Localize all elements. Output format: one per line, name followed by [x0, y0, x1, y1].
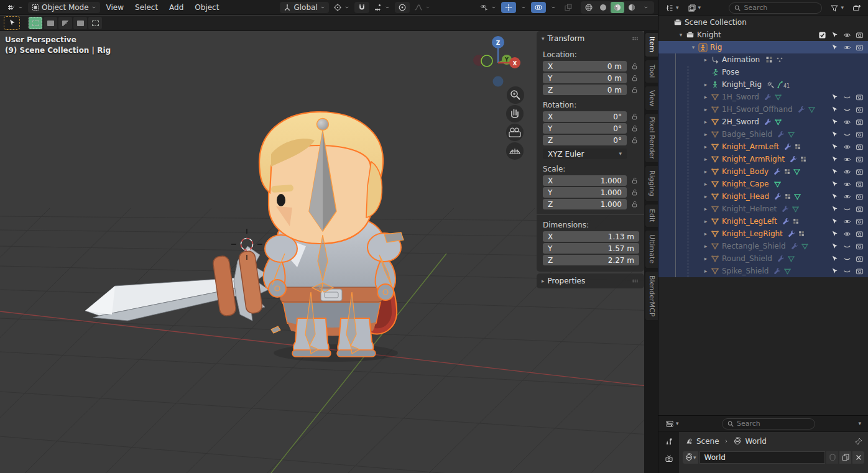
outliner-row[interactable]: ▸Knight_Head: [658, 190, 868, 203]
pointer-icon[interactable]: [828, 44, 841, 52]
snap-settings-dropdown[interactable]: [371, 2, 394, 13]
expander-icon[interactable]: ▸: [701, 144, 711, 150]
tool-properties-tab[interactable]: [665, 437, 673, 446]
tab-pixel-render[interactable]: Pixel Render: [645, 113, 658, 163]
expander-icon[interactable]: ▸: [701, 106, 711, 113]
outliner-row[interactable]: ▸Badge_Shield: [658, 128, 868, 140]
outliner-row[interactable]: ▸1H_Sword_Offhand: [658, 103, 868, 116]
eye-open-icon[interactable]: [841, 230, 853, 238]
eye-closed-icon[interactable]: [841, 106, 853, 114]
shading-solid-button[interactable]: [596, 2, 610, 13]
overlays-dropdown[interactable]: [547, 3, 560, 12]
outliner-item-label[interactable]: Knight: [697, 30, 721, 39]
eye-closed-icon[interactable]: [841, 131, 853, 139]
expander-icon[interactable]: ▸: [701, 168, 711, 175]
rotation-mode-dropdown[interactable]: XYZ Euler ▾: [543, 149, 627, 159]
select-mode-subtract[interactable]: [58, 17, 72, 29]
camera-icon[interactable]: [853, 230, 866, 238]
outliner-row[interactable]: ▸Spike_Shield: [658, 265, 868, 277]
transform-panel-header[interactable]: ▾ Transform: [537, 31, 644, 46]
outliner-item-label[interactable]: Round_Shield: [722, 254, 772, 263]
properties-search[interactable]: [722, 418, 815, 429]
outliner-item-label[interactable]: Knight_LegLeft: [722, 217, 777, 226]
world-name-input[interactable]: [700, 453, 824, 462]
breadcrumb-world[interactable]: World: [746, 437, 767, 446]
world-name-field[interactable]: [699, 451, 825, 464]
outliner-row[interactable]: Scene Collection: [658, 16, 868, 29]
pivot-dropdown[interactable]: [330, 2, 353, 13]
eye-closed-icon[interactable]: [841, 242, 853, 250]
zoom-button[interactable]: [507, 86, 524, 104]
world-browse-dropdown[interactable]: ▾: [683, 451, 698, 464]
outliner-item-label[interactable]: Knight_LegRight: [722, 229, 783, 238]
snap-toggle[interactable]: [354, 2, 369, 13]
outliner-item-label[interactable]: Knight_Head: [722, 192, 769, 201]
camera-icon[interactable]: [853, 205, 866, 213]
camera-icon[interactable]: [853, 267, 866, 275]
outliner-item-label[interactable]: Spike_Shield: [722, 267, 769, 275]
render-properties-tab[interactable]: [665, 454, 673, 463]
outliner-item-label[interactable]: Rectangle_Shield: [722, 242, 786, 250]
scale-z-field[interactable]: Z1.000: [543, 199, 627, 209]
eye-open-icon[interactable]: [841, 44, 853, 52]
pointer-icon[interactable]: [828, 143, 841, 151]
pointer-icon[interactable]: [828, 267, 841, 275]
outliner-display-mode-dropdown[interactable]: ▾: [685, 2, 704, 14]
eye-open-icon[interactable]: [841, 218, 853, 226]
lock-icon[interactable]: [629, 62, 639, 70]
properties-subpanel-header[interactable]: ▸ Properties: [537, 273, 644, 288]
mode-dropdown[interactable]: Object Mode: [28, 2, 100, 13]
pointer-icon[interactable]: [828, 230, 841, 238]
eye-closed-icon[interactable]: [841, 267, 853, 275]
outliner-search[interactable]: [729, 2, 822, 14]
outliner-item-label[interactable]: Pose: [722, 68, 739, 76]
camera-icon[interactable]: [853, 193, 866, 201]
eye-open-icon[interactable]: [841, 180, 853, 188]
menu-add[interactable]: Add: [164, 2, 188, 13]
outliner-row[interactable]: ▸Rectangle_Shield: [658, 240, 868, 252]
outliner-item-label[interactable]: Animation: [722, 55, 760, 64]
outliner-row[interactable]: ▸Knight_ArmLeft: [658, 140, 868, 153]
properties-options-dropdown[interactable]: ▾: [855, 420, 864, 428]
outliner-filter-dropdown[interactable]: ▾: [827, 2, 847, 14]
expander-icon[interactable]: ▸: [701, 131, 711, 137]
eye-open-icon[interactable]: [841, 193, 853, 201]
orientation-dropdown[interactable]: Global: [280, 2, 328, 13]
pointer-icon[interactable]: [828, 118, 841, 126]
camera-icon[interactable]: [853, 106, 866, 114]
object-visibility-dropdown[interactable]: [477, 2, 500, 13]
pointer-icon[interactable]: [828, 106, 841, 114]
expander-icon[interactable]: ▸: [701, 255, 711, 262]
breadcrumb-scene[interactable]: Scene: [696, 437, 719, 446]
eye-open-icon[interactable]: [841, 143, 853, 151]
viewport-3d[interactable]: Object Mode View Select Add Object Globa…: [0, 0, 658, 473]
eye-open-icon[interactable]: [841, 118, 853, 126]
select-mode-extend[interactable]: [44, 17, 57, 29]
camera-icon[interactable]: [853, 180, 866, 188]
expander-icon[interactable]: ▸: [701, 268, 711, 274]
expander-icon[interactable]: ▸: [701, 181, 711, 187]
expander-icon[interactable]: ▸: [701, 218, 711, 224]
dimensions-y-field[interactable]: Y1.57 m: [543, 243, 639, 254]
gizmos-toggle[interactable]: [501, 2, 516, 13]
checkbox-icon[interactable]: [816, 31, 828, 39]
outliner-item-label[interactable]: Badge_Shield: [722, 130, 772, 139]
outliner-row[interactable]: ▸Animation: [658, 53, 868, 66]
grip-icon[interactable]: [631, 35, 639, 43]
location-y-field[interactable]: Y0 m: [543, 73, 627, 83]
properties-editor-type-button[interactable]: ▾: [662, 418, 682, 429]
unlink-datablock-button[interactable]: [852, 451, 864, 464]
pointer-icon[interactable]: [828, 155, 841, 163]
pointer-icon[interactable]: [828, 242, 841, 250]
outliner-item-label[interactable]: Knight_Rig: [722, 80, 762, 89]
pointer-icon[interactable]: [828, 255, 841, 263]
camera-icon[interactable]: [853, 44, 866, 52]
camera-icon[interactable]: [853, 118, 866, 126]
lock-icon[interactable]: [629, 200, 639, 208]
outliner-row[interactable]: ▸1H_Sword: [658, 91, 868, 103]
lock-icon[interactable]: [629, 177, 639, 185]
rotation-z-field[interactable]: Z0°: [543, 135, 627, 145]
expander-icon[interactable]: ▸: [701, 206, 711, 212]
camera-icon[interactable]: [853, 218, 866, 226]
outliner-item-label[interactable]: 1H_Sword_Offhand: [722, 105, 793, 114]
